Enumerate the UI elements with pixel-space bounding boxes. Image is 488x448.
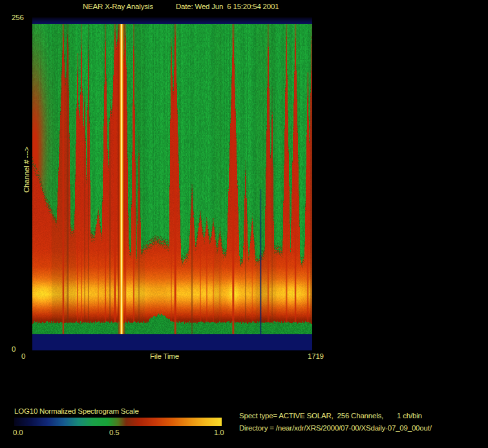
colorbar-tick-max: 1.0 — [214, 429, 224, 437]
y-axis-min-label: 0 — [12, 345, 16, 354]
spect-type-label: Spect type= ACTIVE SOLAR, 256 Channels, … — [239, 412, 422, 420]
page-title: NEAR X-Ray Analysis — [83, 3, 153, 11]
spectrogram-heatmap — [32, 17, 312, 350]
x-axis-min-label: 0 — [21, 352, 25, 361]
date-label: Date: Wed Jun 6 15:20:54 2001 — [176, 3, 279, 11]
colorbar-tick-min: 0.0 — [13, 429, 23, 437]
colorbar-title: LOG10 Normalized Spectrogram Scale — [14, 407, 139, 416]
x-axis-title: File Time — [150, 352, 179, 361]
colorbar-tick-mid: 0.5 — [109, 429, 119, 437]
y-axis-title: Channel # ---> — [23, 118, 31, 222]
y-axis-max-label: 256 — [12, 14, 24, 22]
x-axis-max-label: 1719 — [308, 352, 324, 361]
colorbar-gradient — [14, 418, 222, 426]
directory-label: Directory = /near/xdr/XRS/2000/07-00/XSd… — [239, 424, 432, 432]
